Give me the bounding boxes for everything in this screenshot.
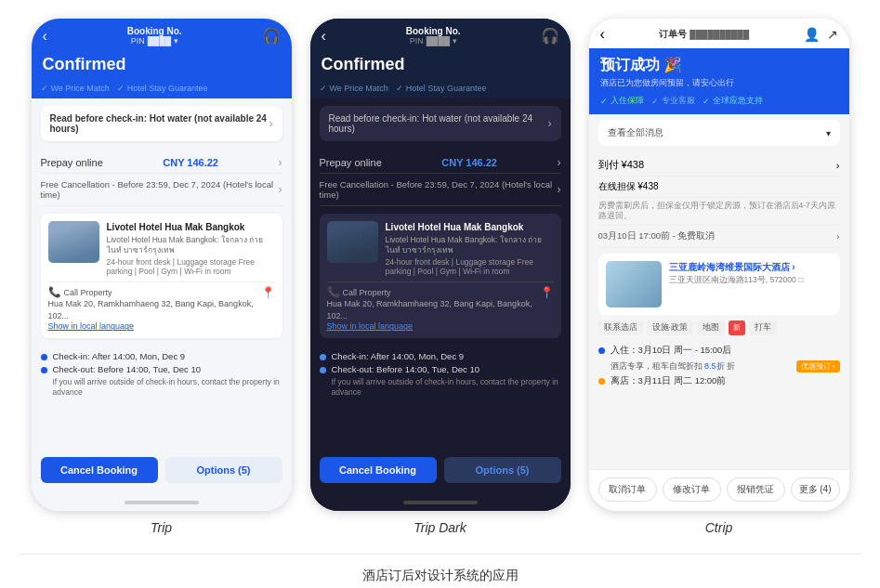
- trip-header: ‹ Booking No. PIN ████ ▾ 🎧: [32, 19, 292, 51]
- ctrip-discount: 8.5折: [704, 361, 725, 371]
- dark-pin-row: PIN ████ ▾: [326, 36, 541, 46]
- prepay-label: Prepay online: [41, 157, 103, 168]
- cancel-chevron-icon[interactable]: ›: [279, 183, 282, 196]
- dark-badges: ✓ We Price Match ✓ Hotel Stay Guarantee: [310, 84, 571, 98]
- dark-cancel-row: Free Cancellation - Before 23:59, Dec 7,…: [320, 174, 561, 206]
- trip-dark-header: ‹ Booking No. PIN ████ ▾ 🎧: [310, 19, 571, 51]
- ctrip-success-banner: 预订成功 🎉 酒店已为您做房间预留，请安心出行 ✓ 入住保障 ✓ 专业客服: [589, 48, 849, 114]
- ctrip-invoice-button[interactable]: 报销凭证: [727, 477, 785, 502]
- dark-hotel-thumb: [327, 221, 378, 263]
- dark-call-label: Call Property: [343, 288, 391, 297]
- hotel-name[interactable]: Livotel Hotel Hua Mak Bangkok: [107, 221, 275, 233]
- phone-ctrip: ‹ 订单号 ██████████ 👤 ↗ 预订成功 🎉 酒店已为: [589, 19, 849, 535]
- tab-item-0[interactable]: 联系选店: [598, 320, 643, 335]
- dark-prepay-label: Prepay online: [320, 157, 382, 168]
- svc-icon-2: ✓: [703, 97, 710, 106]
- dark-home-bar: [403, 501, 478, 504]
- ctrip-footer: 取消订单 修改订单 报销凭证 更多 (4): [589, 469, 849, 511]
- trip-footer: Cancel Booking Options (5): [32, 450, 292, 494]
- ctrip-modify-button[interactable]: 修改订单: [663, 477, 721, 502]
- dark-phone-icon: 📞: [327, 286, 340, 298]
- checkout-text: Check-out: Before 14:00, Tue, Dec 10: [53, 364, 201, 374]
- dark-address-text: Hua Mak 20, Ramkhamhaeng 32, Bang Kapi, …: [327, 298, 540, 321]
- dark-prepay-chevron[interactable]: ›: [557, 156, 560, 169]
- tab-item-3[interactable]: 打车: [749, 320, 777, 335]
- badge-label-1: Hotel Stay Guarantee: [127, 84, 208, 93]
- prepay-amount: CNY 146.22: [163, 157, 218, 168]
- phones-row: ‹ Booking No. PIN ████ ▾ 🎧 Confirmed: [19, 9, 861, 554]
- dark-notice-bold: Read before check-in:: [329, 113, 420, 124]
- pin-label: PIN: [131, 36, 145, 46]
- ctrip-hotel-info: 三亚鹿岭海湾维景国际大酒店 › 三亚天涯区南边海路113号, 572000 □: [669, 261, 833, 307]
- dark-header-center: Booking No. PIN ████ ▾: [326, 26, 541, 46]
- options-button[interactable]: Options (5): [165, 457, 282, 483]
- ctrip-checkout-dot: [598, 378, 605, 385]
- ctrip-guarantee-row: 在线担保 ¥438: [598, 176, 840, 198]
- arrival-fee-label: 到付 ¥438: [598, 158, 645, 172]
- phone-frame-dark: ‹ Booking No. PIN ████ ▾ 🎧 Confirmed: [310, 19, 571, 511]
- hotel-card-top: Livotel Hotel Hua Mak Bangkok Livotel Ho…: [48, 221, 275, 276]
- ctrip-screen: ‹ 订单号 ██████████ 👤 ↗ 预订成功 🎉 酒店已为: [589, 19, 849, 511]
- svc-item-1: ✓ 专业客服: [651, 95, 695, 107]
- checkin-note: If you will arrive outside of check-in h…: [41, 377, 282, 398]
- pin-value[interactable]: ████ ▾: [148, 36, 178, 46]
- dark-checkin-info: Check-in: After 14:00, Mon, Dec 9 Check-…: [320, 346, 561, 398]
- notice-bold: Read before check-in:: [50, 113, 147, 124]
- ctrip-hotel-card: 三亚鹿岭海湾维景国际大酒店 › 三亚天涯区南边海路113号, 572000 □: [598, 254, 840, 315]
- dark-call-property[interactable]: 📞 Call Property: [327, 286, 540, 298]
- ctrip-more-button[interactable]: 更多 (4): [791, 477, 840, 502]
- hotel-address: 📞 Call Property Hua Mak 20, Ramkhamhaeng…: [48, 281, 275, 331]
- cancellation-row: Free Cancellation - Before 23:59, Dec 7,…: [41, 174, 282, 206]
- home-bar: [125, 501, 199, 504]
- ctrip-arrival-fee-row[interactable]: 到付 ¥438 ›: [598, 151, 840, 176]
- ctrip-header: ‹ 订单号 ██████████ 👤 ↗: [589, 19, 849, 48]
- headphone-icon[interactable]: 🎧: [262, 27, 281, 45]
- badge-price-match: ✓ We Price Match: [41, 84, 110, 93]
- phone-label-trip: Trip: [151, 520, 172, 535]
- ctrip-order-no-val: ██████████: [690, 30, 749, 39]
- dark-cancel-chevron[interactable]: ›: [558, 183, 561, 196]
- ctrip-checkin-section: 入住：3月10日 周一 - 15:00后 酒店专享，租车自驾折扣 8.5折 折 …: [598, 341, 840, 395]
- ctrip-cancel-policy[interactable]: 03月10日 17:00前 - 免费取消 ›: [598, 226, 840, 248]
- dark-cancel-button[interactable]: Cancel Booking: [320, 457, 437, 483]
- ctrip-hotel-name[interactable]: 三亚鹿岭海湾维景国际大酒店 ›: [669, 261, 833, 273]
- cancel-booking-button[interactable]: Cancel Booking: [41, 457, 158, 483]
- ctrip-hotel-addr: 三亚天涯区南边海路113号, 572000 □: [669, 275, 833, 285]
- notice-text: Read before check-in: Hot water (not ava…: [50, 113, 269, 134]
- call-property[interactable]: 📞 Call Property: [48, 286, 261, 298]
- ctrip-view-all[interactable]: 查看全部消息 ▾: [598, 120, 840, 146]
- dark-hotel-name[interactable]: Livotel Hotel Hua Mak Bangkok: [386, 221, 554, 233]
- dark-chevron-icon[interactable]: ›: [548, 117, 552, 130]
- trip-screen: ‹ Booking No. PIN ████ ▾ 🎧 Confirmed: [32, 19, 292, 511]
- map-pin-icon[interactable]: 📍: [261, 286, 275, 299]
- dark-address: 📞 Call Property Hua Mak 20, Ramkhamhaeng…: [327, 281, 554, 331]
- dark-local-lang[interactable]: Show in local language: [327, 321, 540, 331]
- local-language-link[interactable]: Show in local language: [48, 321, 261, 331]
- ctrip-hotel-thumb: [606, 261, 662, 307]
- ctrip-share-icon[interactable]: ↗: [827, 27, 838, 42]
- dark-pin-value[interactable]: ████ ▾: [427, 36, 457, 46]
- dark-body: Prepay online CNY 146.22 › Free Cancella…: [310, 149, 571, 450]
- ctrip-success-title: 预订成功 🎉: [600, 56, 838, 75]
- dark-map-icon[interactable]: 📍: [540, 286, 554, 299]
- caption-text: 酒店订后对设计系统的应用: [362, 568, 519, 582]
- hotel-thumbnail: [48, 221, 99, 263]
- phone-trip-dark: ‹ Booking No. PIN ████ ▾ 🎧 Confirmed: [310, 19, 571, 535]
- svc-icon-1: ✓: [651, 97, 659, 106]
- ctrip-order-label: 订单号: [659, 29, 687, 39]
- chevron-right-icon[interactable]: ›: [269, 117, 273, 130]
- home-indicator: [32, 494, 292, 511]
- prepay-row: Prepay online CNY 146.22 ›: [41, 149, 282, 174]
- prepay-chevron-icon[interactable]: ›: [278, 156, 282, 169]
- ctrip-user-icon[interactable]: 👤: [804, 27, 820, 42]
- ctrip-promo-button[interactable]: 优惠预订 ›: [796, 360, 840, 372]
- dark-checkout-text: Check-out: Before 14:00, Tue, Dec 10: [332, 364, 479, 374]
- tab-item-1[interactable]: 设施·政策: [647, 320, 693, 335]
- ctrip-cancel-button[interactable]: 取消订单: [598, 477, 657, 502]
- checkin-row: Check-in: After 14:00, Mon, Dec 9: [41, 351, 282, 361]
- trip-badges: ✓ We Price Match ✓ Hotel Stay Guarantee: [32, 84, 292, 98]
- dark-headphone-icon[interactable]: 🎧: [541, 27, 559, 45]
- ctrip-success-sub: 酒店已为您做房间预留，请安心出行: [600, 77, 838, 89]
- dark-options-button[interactable]: Options (5): [444, 457, 561, 483]
- tab-item-2[interactable]: 地图: [697, 320, 725, 335]
